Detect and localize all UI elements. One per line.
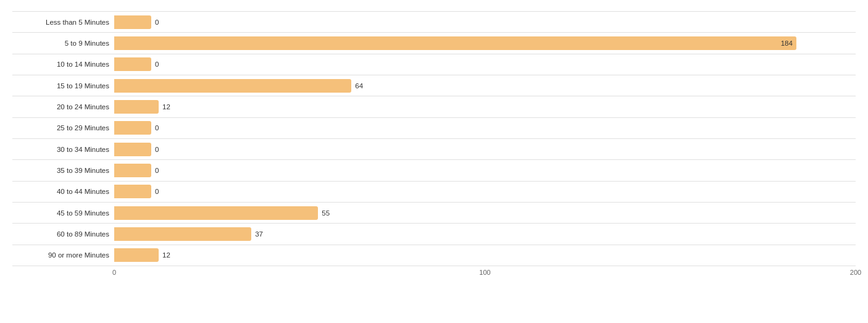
- bar-value-label: 0: [155, 124, 159, 132]
- bar-row: 35 to 39 Minutes0: [12, 160, 856, 181]
- bar-label: 15 to 19 Minutes: [12, 82, 114, 90]
- bar-fill: [114, 185, 151, 198]
- x-axis-label: 200: [850, 269, 861, 276]
- bar-fill: [114, 143, 151, 156]
- bar-value-label: 12: [162, 251, 170, 259]
- bar-track: 0: [114, 160, 856, 180]
- bar-track: 55: [114, 203, 856, 223]
- bars-area: Less than 5 Minutes05 to 9 Minutes18410 …: [12, 11, 856, 266]
- bar-fill: [114, 100, 159, 114]
- bar-fill: [114, 57, 151, 71]
- bar-row: 5 to 9 Minutes184: [12, 33, 856, 54]
- bar-value-label: 0: [155, 167, 159, 174]
- x-axis-label: 100: [479, 269, 490, 276]
- bar-value-label: 55: [322, 209, 330, 217]
- bar-track: 0: [114, 182, 856, 202]
- bar-fill: 184: [114, 36, 796, 50]
- bar-track: 0: [114, 54, 856, 75]
- chart-container: Less than 5 Minutes05 to 9 Minutes18410 …: [0, 0, 868, 323]
- bar-value-label: 184: [781, 40, 793, 47]
- bar-row: 10 to 14 Minutes0: [12, 54, 856, 75]
- bar-track: 37: [114, 224, 856, 244]
- bar-track: 0: [114, 139, 856, 159]
- bar-row: Less than 5 Minutes0: [12, 11, 856, 33]
- bar-row: 25 to 29 Minutes0: [12, 118, 856, 139]
- bar-row: 15 to 19 Minutes64: [12, 75, 856, 96]
- bar-row: 45 to 59 Minutes55: [12, 203, 856, 224]
- bar-row: 20 to 24 Minutes12: [12, 96, 856, 117]
- bar-label: 40 to 44 Minutes: [12, 188, 114, 195]
- bar-track: 12: [114, 96, 856, 117]
- bar-label: 30 to 34 Minutes: [12, 146, 114, 153]
- bar-track: 0: [114, 118, 856, 138]
- bar-row: 60 to 89 Minutes37: [12, 224, 856, 245]
- bar-label: 25 to 29 Minutes: [12, 124, 114, 132]
- bar-fill: [114, 164, 151, 177]
- bar-track: 184: [114, 33, 856, 53]
- bar-row: 30 to 34 Minutes0: [12, 139, 856, 160]
- bar-label: 10 to 14 Minutes: [12, 61, 114, 68]
- bar-fill: [114, 206, 318, 220]
- bar-label: 45 to 59 Minutes: [12, 209, 114, 217]
- bar-label: 90 or more Minutes: [12, 251, 114, 259]
- bar-fill: [114, 227, 251, 241]
- bar-label: 35 to 39 Minutes: [12, 167, 114, 174]
- bar-fill: [114, 248, 159, 262]
- bar-value-label: 0: [155, 19, 159, 26]
- bar-label: Less than 5 Minutes: [12, 19, 114, 26]
- bar-track: 64: [114, 75, 856, 96]
- bar-fill: [114, 15, 151, 29]
- bar-track: 12: [114, 245, 856, 266]
- bar-label: 60 to 89 Minutes: [12, 230, 114, 238]
- bar-label: 5 to 9 Minutes: [12, 40, 114, 47]
- bar-value-label: 0: [155, 188, 159, 195]
- bar-label: 20 to 24 Minutes: [12, 103, 114, 111]
- bar-value-label: 0: [155, 146, 159, 153]
- bar-row: 90 or more Minutes12: [12, 245, 856, 266]
- bar-value-label: 37: [255, 230, 263, 238]
- bar-fill: [114, 121, 151, 135]
- bar-value-label: 0: [155, 61, 159, 68]
- bar-row: 40 to 44 Minutes0: [12, 182, 856, 203]
- bar-fill: [114, 79, 351, 93]
- x-axis-label: 0: [112, 269, 116, 276]
- bar-value-label: 64: [355, 82, 363, 90]
- bar-value-label: 12: [162, 103, 170, 111]
- bar-track: 0: [114, 12, 856, 32]
